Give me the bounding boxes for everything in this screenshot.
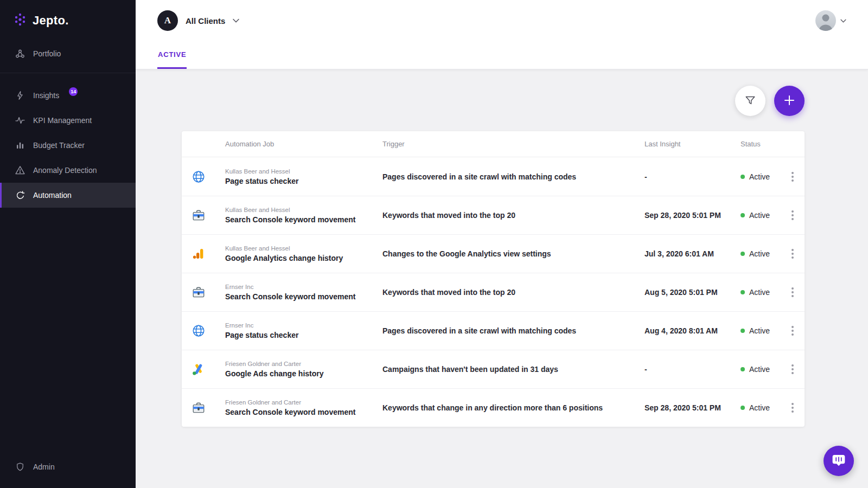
trigger-text: Changes to the Google Analytics view set… xyxy=(382,249,644,258)
sidebar-item-label: Budget Tracker xyxy=(33,141,85,150)
last-insight-value: - xyxy=(644,172,741,181)
row-menu-button[interactable] xyxy=(788,323,797,339)
filter-button[interactable] xyxy=(735,86,765,116)
row-menu-button[interactable] xyxy=(788,400,797,416)
status-dot-icon xyxy=(741,213,745,217)
insights-icon xyxy=(15,90,25,101)
status-label: Active xyxy=(749,288,770,297)
row-menu-button[interactable] xyxy=(788,246,797,262)
budget-icon xyxy=(15,140,25,151)
client-name: Kullas Beer and Hessel xyxy=(225,245,374,252)
status-label: Active xyxy=(749,326,770,335)
add-automation-button[interactable] xyxy=(774,86,805,116)
status-badge: Active xyxy=(741,288,788,297)
client-name: Friesen Goldner and Carter xyxy=(225,361,374,367)
page-status-globe-icon xyxy=(192,170,206,184)
row-menu-button[interactable] xyxy=(788,361,797,377)
automation-job-name: Page status checker xyxy=(225,331,374,339)
insights-count-badge: 14 xyxy=(69,87,78,96)
trigger-text: Keywords that moved into the top 20 xyxy=(382,211,644,220)
trigger-text: Keywords that moved into the top 20 xyxy=(382,288,644,297)
client-name: Kullas Beer and Hessel xyxy=(225,168,374,175)
trigger-text: Campaigns that haven't been updated in 3… xyxy=(382,365,644,374)
user-menu[interactable] xyxy=(815,10,846,31)
sidebar-item-label: KPI Management xyxy=(33,116,92,125)
main-content: Automation Job Trigger Last Insight Stat… xyxy=(136,69,868,488)
table-row: Kullas Beer and Hessel Google Analytics … xyxy=(182,234,805,273)
admin-shield-icon xyxy=(15,461,25,472)
automation-job-name: Search Console keyword movement xyxy=(225,408,374,416)
status-badge: Active xyxy=(741,403,788,412)
portfolio-icon xyxy=(15,48,25,59)
last-insight-value: Aug 4, 2020 8:01 AM xyxy=(644,326,741,335)
chevron-down-icon xyxy=(233,18,239,23)
chat-bubble-icon xyxy=(831,453,846,470)
column-header-trigger: Trigger xyxy=(382,140,644,148)
last-insight-value: Sep 28, 2020 5:01 PM xyxy=(644,211,741,220)
client-name: Kullas Beer and Hessel xyxy=(225,207,374,213)
sidebar-item-kpi-management[interactable]: KPI Management xyxy=(0,108,136,133)
filter-funnel-icon xyxy=(744,94,756,108)
automation-table: Automation Job Trigger Last Insight Stat… xyxy=(182,131,805,427)
sidebar-item-admin[interactable]: Admin xyxy=(0,454,136,479)
last-insight-value: - xyxy=(644,365,741,374)
row-menu-button[interactable] xyxy=(788,284,797,300)
sidebar-item-budget-tracker[interactable]: Budget Tracker xyxy=(0,133,136,158)
sidebar-item-label: Admin xyxy=(33,463,55,471)
tab-active[interactable]: ACTIVE xyxy=(157,41,187,69)
chat-launcher-button[interactable] xyxy=(824,446,854,476)
page-status-globe-icon xyxy=(192,324,206,338)
sidebar-divider xyxy=(0,73,136,73)
column-header-status: Status xyxy=(741,140,788,148)
automation-job-name: Google Analytics change history xyxy=(225,254,374,262)
trigger-text: Pages discovered in a site crawl with ma… xyxy=(382,326,644,335)
search-console-icon xyxy=(192,401,206,415)
jepto-logo-icon xyxy=(13,12,27,29)
user-avatar xyxy=(815,10,836,31)
anomaly-icon xyxy=(15,165,25,176)
sidebar-item-anomaly-detection[interactable]: Anomaly Detection xyxy=(0,158,136,183)
table-row: Kullas Beer and Hessel Search Console ke… xyxy=(182,196,805,234)
client-name: Friesen Goldner and Carter xyxy=(225,399,374,406)
automation-job-name: Page status checker xyxy=(225,177,374,185)
row-menu-button[interactable] xyxy=(788,207,797,223)
trigger-text: Pages discovered in a site crawl with ma… xyxy=(382,172,644,181)
last-insight-value: Jul 3, 2020 6:01 AM xyxy=(644,249,741,258)
status-badge: Active xyxy=(741,211,788,220)
sidebar-item-automation[interactable]: Automation xyxy=(0,183,136,208)
table-row: Friesen Goldner and Carter Google Ads ch… xyxy=(182,350,805,388)
table-body: Kullas Beer and Hessel Page status check… xyxy=(182,157,805,427)
table-row: Kullas Beer and Hessel Page status check… xyxy=(182,157,805,196)
status-dot-icon xyxy=(741,367,745,371)
plus-icon xyxy=(783,94,795,108)
sidebar-item-insights[interactable]: Insights 14 xyxy=(0,83,136,108)
status-badge: Active xyxy=(741,172,788,181)
client-selector[interactable]: A All Clients xyxy=(157,10,239,31)
sidebar-item-label: Automation xyxy=(33,191,72,200)
last-insight-value: Aug 5, 2020 5:01 PM xyxy=(644,288,741,297)
automation-job-name: Search Console keyword movement xyxy=(225,215,374,224)
sidebar: Jepto. Portfolio Insights 14 xyxy=(0,0,136,488)
status-label: Active xyxy=(749,211,770,220)
kpi-icon xyxy=(15,115,25,126)
automation-job-name: Search Console keyword movement xyxy=(225,292,374,301)
client-name: Ernser Inc xyxy=(225,284,374,290)
google-analytics-icon xyxy=(192,247,206,261)
status-label: Active xyxy=(749,172,770,181)
sidebar-item-label: Insights xyxy=(33,91,59,100)
trigger-text: Keywords that change in any direction mo… xyxy=(382,403,644,412)
logo: Jepto. xyxy=(0,0,136,41)
search-console-icon xyxy=(192,208,206,222)
status-badge: Active xyxy=(741,249,788,258)
status-label: Active xyxy=(749,403,770,412)
topbar: A All Clients xyxy=(136,0,868,41)
client-avatar: A xyxy=(157,10,178,31)
app-logo-text: Jepto. xyxy=(33,14,69,28)
column-header-last-insight: Last Insight xyxy=(644,140,741,148)
status-label: Active xyxy=(749,365,770,374)
status-badge: Active xyxy=(741,365,788,374)
row-menu-button[interactable] xyxy=(788,169,797,185)
status-dot-icon xyxy=(741,406,745,410)
google-ads-icon xyxy=(192,362,206,376)
sidebar-item-portfolio[interactable]: Portfolio xyxy=(0,41,136,66)
